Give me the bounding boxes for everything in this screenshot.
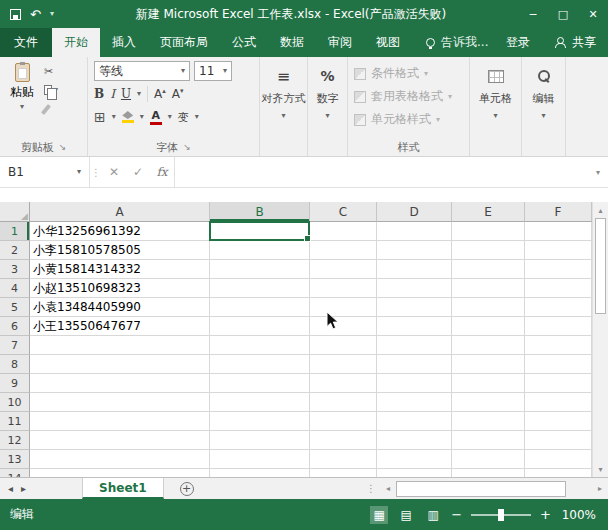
minimize-button[interactable]: ─ bbox=[518, 0, 548, 28]
row-header-8[interactable]: 8 bbox=[0, 355, 30, 374]
insert-function-icon[interactable]: fx bbox=[150, 157, 174, 187]
row-header-9[interactable]: 9 bbox=[0, 374, 30, 393]
cell-E6[interactable] bbox=[452, 317, 525, 336]
dialog-launcher-icon[interactable]: ↘ bbox=[59, 142, 67, 152]
cell-F6[interactable] bbox=[525, 317, 592, 336]
editing-group-button[interactable]: 编辑 ▾ bbox=[522, 57, 566, 156]
zoom-out-icon[interactable]: − bbox=[451, 507, 462, 522]
vertical-scrollbar-thumb[interactable] bbox=[595, 218, 606, 314]
cell-F8[interactable] bbox=[525, 355, 592, 374]
column-header-F[interactable]: F bbox=[525, 202, 592, 222]
select-all-button[interactable]: ◢ bbox=[0, 202, 30, 222]
sheet-next-icon[interactable]: ▸ bbox=[21, 483, 26, 494]
row-header-1[interactable]: 1 bbox=[0, 222, 30, 241]
cell-B6[interactable] bbox=[210, 317, 310, 336]
cell-A7[interactable] bbox=[30, 336, 210, 355]
cell-A10[interactable] bbox=[30, 393, 210, 412]
cell-E9[interactable] bbox=[452, 374, 525, 393]
cell-C14[interactable] bbox=[310, 469, 377, 477]
row-header-13[interactable]: 13 bbox=[0, 450, 30, 469]
cell-F13[interactable] bbox=[525, 450, 592, 469]
cell-A1[interactable]: 小华13256961392 bbox=[30, 222, 210, 241]
row-header-11[interactable]: 11 bbox=[0, 412, 30, 431]
row-header-12[interactable]: 12 bbox=[0, 431, 30, 450]
cell-A8[interactable] bbox=[30, 355, 210, 374]
format-as-table-button[interactable]: 套用表格格式 ▾ bbox=[354, 86, 465, 107]
chevron-down-icon[interactable]: ▾ bbox=[112, 113, 116, 121]
cell-A4[interactable]: 小赵13510698323 bbox=[30, 279, 210, 298]
column-header-C[interactable]: C bbox=[310, 202, 377, 222]
cell-F10[interactable] bbox=[525, 393, 592, 412]
qat-customize-icon[interactable]: ▾ bbox=[50, 10, 54, 18]
cell-E1[interactable] bbox=[452, 222, 525, 241]
cell-B13[interactable] bbox=[210, 450, 310, 469]
tab-file[interactable]: 文件 bbox=[0, 28, 52, 57]
cell-F7[interactable] bbox=[525, 336, 592, 355]
cell-C13[interactable] bbox=[310, 450, 377, 469]
tab-页面布局[interactable]: 页面布局 bbox=[148, 28, 220, 57]
cell-B7[interactable] bbox=[210, 336, 310, 355]
cell-D8[interactable] bbox=[377, 355, 452, 374]
copy-button[interactable]: ▾ bbox=[44, 83, 58, 97]
sign-in-button[interactable]: 登录 bbox=[494, 28, 542, 57]
cell-C5[interactable] bbox=[310, 298, 377, 317]
cell-C10[interactable] bbox=[310, 393, 377, 412]
row-header-10[interactable]: 10 bbox=[0, 393, 30, 412]
underline-button[interactable]: U bbox=[121, 87, 131, 101]
tab-视图[interactable]: 视图 bbox=[364, 28, 412, 57]
close-button[interactable]: ✕ bbox=[578, 0, 608, 28]
cell-A14[interactable] bbox=[30, 469, 210, 477]
cell-D6[interactable] bbox=[377, 317, 452, 336]
number-group-button[interactable]: % 数字 ▾ bbox=[308, 57, 348, 156]
row-header-4[interactable]: 4 bbox=[0, 279, 30, 298]
sheet-tab-Sheet1[interactable]: Sheet1 bbox=[82, 478, 164, 499]
new-sheet-button[interactable]: + bbox=[180, 478, 194, 499]
cell-C2[interactable] bbox=[310, 241, 377, 260]
cell-B1[interactable] bbox=[210, 222, 310, 241]
scroll-up-icon[interactable]: ▴ bbox=[593, 202, 608, 218]
cell-F2[interactable] bbox=[525, 241, 592, 260]
cell-F9[interactable] bbox=[525, 374, 592, 393]
page-break-view-icon[interactable]: ▥ bbox=[424, 506, 442, 524]
name-box[interactable]: B1 ▾ bbox=[0, 157, 90, 187]
cell-C1[interactable] bbox=[310, 222, 377, 241]
tab-数据[interactable]: 数据 bbox=[268, 28, 316, 57]
cell-B14[interactable] bbox=[210, 469, 310, 477]
normal-view-icon[interactable]: ▦ bbox=[370, 506, 388, 524]
phonetic-guide-button[interactable]: 变 bbox=[178, 110, 189, 125]
cell-F5[interactable] bbox=[525, 298, 592, 317]
cell-B5[interactable] bbox=[210, 298, 310, 317]
cell-E7[interactable] bbox=[452, 336, 525, 355]
cell-C9[interactable] bbox=[310, 374, 377, 393]
cell-A13[interactable] bbox=[30, 450, 210, 469]
tab-split-handle[interactable]: ⋮ bbox=[362, 483, 380, 494]
column-header-D[interactable]: D bbox=[377, 202, 452, 222]
dialog-launcher-icon[interactable]: ↘ bbox=[183, 142, 191, 152]
cell-E5[interactable] bbox=[452, 298, 525, 317]
cell-F11[interactable] bbox=[525, 412, 592, 431]
cell-E10[interactable] bbox=[452, 393, 525, 412]
tab-审阅[interactable]: 审阅 bbox=[316, 28, 364, 57]
cell-F14[interactable] bbox=[525, 469, 592, 477]
cell-D13[interactable] bbox=[377, 450, 452, 469]
sheet-prev-icon[interactable]: ◂ bbox=[8, 483, 13, 494]
cell-A9[interactable] bbox=[30, 374, 210, 393]
cell-E14[interactable] bbox=[452, 469, 525, 477]
horizontal-scrollbar-thumb[interactable] bbox=[396, 481, 566, 497]
enter-icon[interactable]: ✓ bbox=[126, 157, 150, 187]
font-name-combobox[interactable]: 等线 ▾ bbox=[94, 61, 190, 81]
share-button[interactable]: 共享 bbox=[542, 28, 608, 57]
cell-E4[interactable] bbox=[452, 279, 525, 298]
tab-开始[interactable]: 开始 bbox=[52, 28, 100, 57]
cell-A3[interactable]: 小黄15814314332 bbox=[30, 260, 210, 279]
row-header-14[interactable]: 14 bbox=[0, 469, 30, 477]
cell-F4[interactable] bbox=[525, 279, 592, 298]
conditional-formatting-button[interactable]: 条件格式 ▾ bbox=[354, 63, 465, 84]
cut-button[interactable]: ✂ bbox=[44, 64, 58, 78]
cell-D9[interactable] bbox=[377, 374, 452, 393]
cell-B3[interactable] bbox=[210, 260, 310, 279]
cell-A11[interactable] bbox=[30, 412, 210, 431]
zoom-slider[interactable] bbox=[471, 514, 531, 516]
cell-D1[interactable] bbox=[377, 222, 452, 241]
cell-A6[interactable]: 小王13550647677 bbox=[30, 317, 210, 336]
